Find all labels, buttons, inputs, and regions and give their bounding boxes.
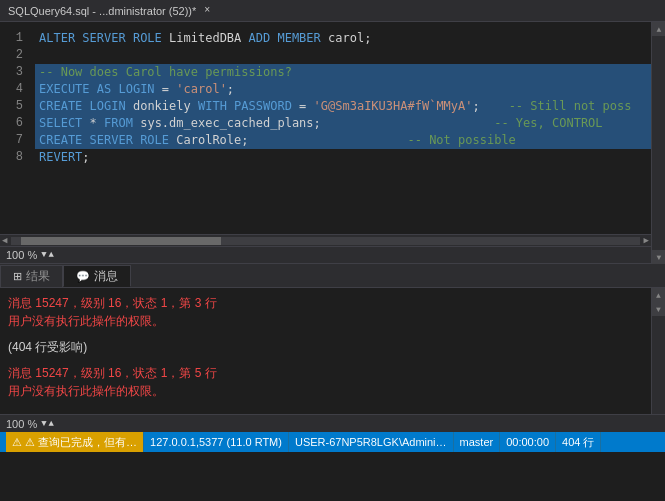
line-number: 7 [0, 132, 29, 149]
h-scroll-left-btn[interactable]: ◀ [0, 235, 9, 246]
message-block: 消息 15247，级别 16，状态 1，第 5 行用户没有执行此操作的权限。 [8, 364, 643, 400]
msg-scroll-down[interactable]: ▼ [652, 302, 665, 316]
status-time-text: 00:00:00 [506, 436, 549, 448]
h-scroll-thumb[interactable] [21, 237, 221, 245]
code-line: CREATE LOGIN donkiely WITH PASSWORD = 'G… [35, 98, 651, 115]
title-bar: SQLQuery64.sql - ...dministrator (52))* … [0, 0, 665, 22]
messages-content[interactable]: 消息 15247，级别 16，状态 1，第 3 行用户没有执行此操作的权限。(4… [0, 288, 651, 414]
code-line: REVERT; [35, 149, 651, 166]
scroll-track[interactable] [652, 36, 665, 250]
code-line: SELECT * FROM sys.dm_exec_cached_plans; … [35, 115, 651, 132]
messages-scrollbar[interactable]: ▲ ▼ [651, 288, 665, 414]
editor-zoom-bar: 100 % ▼ ▲ [0, 246, 651, 264]
tab-results-label: 结果 [26, 268, 50, 285]
h-scroll-right-btn[interactable]: ▶ [642, 235, 651, 246]
code-editor[interactable]: 12345678 ALTER SERVER ROLE LimitedDBA AD… [0, 22, 651, 234]
tabs-bar: ⊞ 结果 💬 消息 [0, 264, 665, 288]
status-user: USER-67NP5R8LGK\Admini… [289, 432, 454, 452]
horizontal-scrollbar[interactable]: ◀ ▶ [0, 234, 651, 246]
chat-icon: 💬 [76, 270, 90, 283]
message-block: 消息 15247，级别 16，状态 1，第 3 行用户没有执行此操作的权限。 [8, 294, 643, 330]
results-zoom-down-icon[interactable]: ▼ [41, 419, 46, 429]
line-number: 6 [0, 115, 29, 132]
status-server: 127.0.0.1,5377 (11.0 RTM) [144, 432, 289, 452]
code-line [35, 47, 651, 64]
line-number: 3 [0, 64, 29, 81]
message-line: 用户没有执行此操作的权限。 [8, 382, 643, 400]
code-line: ALTER SERVER ROLE LimitedDBA ADD MEMBER … [35, 30, 651, 47]
code-line: EXECUTE AS LOGIN = 'carol'; [35, 81, 651, 98]
status-warning: ⚠ ⚠ 查询已完成，但有… [6, 432, 144, 452]
status-rows-text: 404 行 [562, 435, 594, 450]
results-panel: ⊞ 结果 💬 消息 消息 15247，级别 16，状态 1，第 3 行用户没有执… [0, 264, 665, 432]
msg-scroll-up[interactable]: ▲ [652, 288, 665, 302]
message-line: 消息 15247，级别 16，状态 1，第 5 行 [8, 364, 643, 382]
tab-messages[interactable]: 💬 消息 [63, 265, 131, 287]
editor-main: 12345678 ALTER SERVER ROLE LimitedDBA AD… [0, 22, 651, 264]
code-line: CREATE SERVER ROLE CarolRole; -- Not pos… [35, 132, 651, 149]
line-number: 1 [0, 30, 29, 47]
code-line: -- Now does Carol have permissions? [35, 64, 651, 81]
messages-wrapper: 消息 15247，级别 16，状态 1，第 3 行用户没有执行此操作的权限。(4… [0, 288, 665, 414]
scroll-down-btn[interactable]: ▼ [652, 250, 665, 264]
results-zoom-bar: 100 % ▼ ▲ [0, 414, 665, 432]
results-zoom-up-icon[interactable]: ▲ [49, 419, 54, 429]
zoom-up-icon[interactable]: ▲ [49, 250, 54, 260]
editor-container: 12345678 ALTER SERVER ROLE LimitedDBA AD… [0, 22, 665, 264]
line-number: 4 [0, 81, 29, 98]
line-number: 2 [0, 47, 29, 64]
message-line: 用户没有执行此操作的权限。 [8, 312, 643, 330]
line-number: 5 [0, 98, 29, 115]
tab-results[interactable]: ⊞ 结果 [0, 265, 63, 287]
message-line: (404 行受影响) [8, 338, 643, 356]
line-numbers: 12345678 [0, 26, 35, 230]
status-user-text: USER-67NP5R8LGK\Admini… [295, 436, 447, 448]
status-time: 00:00:00 [500, 432, 556, 452]
status-server-text: 127.0.0.1,5377 (11.0 RTM) [150, 436, 282, 448]
close-button[interactable]: × [204, 5, 210, 16]
status-database: master [454, 432, 501, 452]
warning-icon: ⚠ [12, 436, 22, 449]
zoom-down-icon[interactable]: ▼ [41, 250, 46, 260]
title-bar-text: SQLQuery64.sql - ...dministrator (52))* [8, 5, 196, 17]
grid-icon: ⊞ [13, 270, 22, 283]
line-number: 8 [0, 149, 29, 166]
h-scroll-track[interactable] [11, 237, 639, 245]
zoom-controls[interactable]: ▼ ▲ [41, 250, 54, 260]
status-warning-text: ⚠ 查询已完成，但有… [25, 435, 137, 450]
editor-vertical-scrollbar[interactable]: ▲ ▼ [651, 22, 665, 264]
editor-zoom-level: 100 % [6, 249, 37, 261]
message-line: 消息 15247，级别 16，状态 1，第 3 行 [8, 294, 643, 312]
status-bar: ⚠ ⚠ 查询已完成，但有… 127.0.0.1,5377 (11.0 RTM) … [0, 432, 665, 452]
code-lines[interactable]: ALTER SERVER ROLE LimitedDBA ADD MEMBER … [35, 26, 651, 230]
message-block: (404 行受影响) [8, 338, 643, 356]
tab-messages-label: 消息 [94, 268, 118, 285]
results-zoom-controls[interactable]: ▼ ▲ [41, 419, 54, 429]
status-database-text: master [460, 436, 494, 448]
results-zoom-level: 100 % [6, 418, 37, 430]
status-rows: 404 行 [556, 432, 601, 452]
scroll-up-btn[interactable]: ▲ [652, 22, 665, 36]
